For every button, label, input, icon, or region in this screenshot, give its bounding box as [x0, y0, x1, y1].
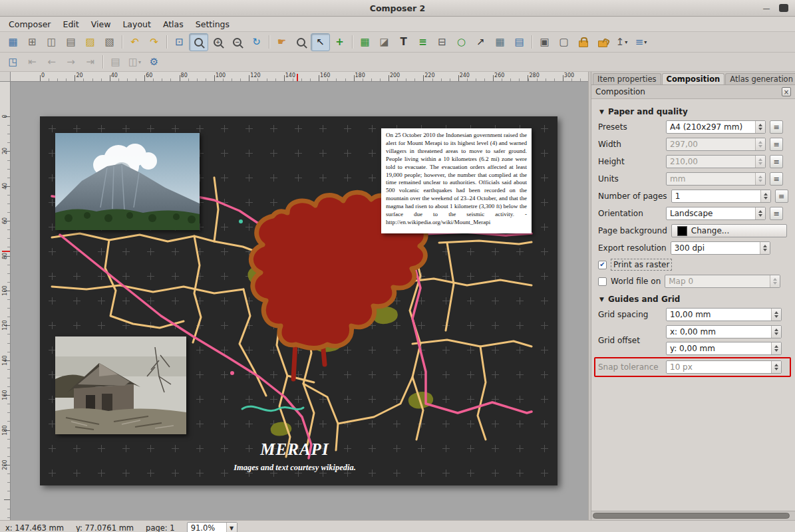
new-composition-button[interactable]: ⊞ [23, 33, 42, 51]
house-photo-item[interactable] [55, 336, 186, 434]
raise-items-dropdown-arrow[interactable]: ▾ [625, 39, 627, 45]
last-feature-icon: ⇥ [86, 57, 94, 67]
unlock-items-button[interactable] [593, 33, 612, 51]
add-attribute-table-button[interactable]: ▦ [490, 33, 510, 51]
zoom-in-button[interactable]: + [208, 33, 228, 51]
move-item-content-button[interactable]: + [330, 33, 349, 51]
minimize-button[interactable]: — [762, 3, 771, 13]
menu-atlas[interactable]: Atlas [157, 18, 190, 31]
align-items-button[interactable]: ≡▾ [631, 33, 651, 51]
align-items-dropdown-arrow[interactable]: ▾ [644, 39, 647, 45]
menu-composer[interactable]: Composer [3, 18, 57, 31]
snap-tolerance-spinbox[interactable]: 10 px [666, 360, 782, 374]
grid-offset-y-spinbox[interactable]: y: 0,00 mm [666, 342, 782, 355]
pan-tool-button[interactable]: ☛ [272, 33, 291, 51]
hruler-number: 0 [41, 72, 45, 78]
print-as-raster-checkbox[interactable]: ✔ [598, 261, 607, 269]
print-as-raster-row: ✔ Print as raster [598, 259, 790, 271]
add-new-map-icon: ▦ [360, 37, 369, 47]
print-as-raster-label[interactable]: Print as raster [611, 259, 672, 271]
tab-item-properties[interactable]: Item properties [593, 73, 661, 84]
spinner-arrows-icon[interactable] [771, 361, 781, 373]
menu-settings[interactable]: Settings [190, 18, 236, 31]
tab-composition[interactable]: Composition [662, 73, 725, 84]
save-as-template-button[interactable]: ▧ [100, 33, 119, 51]
grid-offset-fields: x: 0,00 mm y: 0,00 mm [666, 325, 782, 355]
zoom-tool-button[interactable] [291, 33, 311, 51]
atlas-settings-button[interactable]: ⚙ [144, 53, 164, 71]
canvas-area: 0204060801001201401601802002202402602803… [0, 72, 588, 520]
add-image-button[interactable]: ◪ [375, 33, 394, 51]
undo-button[interactable]: ↶ [125, 33, 144, 51]
zoom-combo[interactable]: 91.0% ▼ [187, 522, 238, 532]
menu-layout[interactable]: Layout [116, 18, 157, 31]
raise-items-button[interactable]: ↥▾ [612, 33, 631, 51]
spinner-arrows-icon[interactable] [771, 309, 781, 321]
zoom-full-button[interactable]: ⊡ [170, 33, 189, 51]
menu-view[interactable]: View [85, 18, 117, 31]
add-html-frame-button[interactable]: ▤ [510, 33, 529, 51]
zoom-dropdown-arrow-icon[interactable]: ▼ [226, 523, 237, 532]
article-text-item[interactable]: On 25 October 2010 the Indonesian govern… [381, 128, 532, 233]
preview-atlas-button[interactable]: ◳ [3, 53, 23, 71]
add-scalebar-button[interactable]: ⊟ [432, 33, 452, 51]
world-file-label[interactable]: World file on [611, 277, 661, 286]
ungroup-items-button[interactable]: ▢ [554, 33, 573, 51]
composition-title-item[interactable]: MERAPI [260, 440, 329, 459]
orientation-combo[interactable]: Landscape [666, 207, 766, 220]
group-items-button[interactable]: ▣ [535, 33, 554, 51]
maximize-button[interactable]: ▪ [779, 4, 788, 12]
composer-manager-button[interactable]: ▤ [61, 33, 80, 51]
page-background-change-button[interactable]: Change... [671, 224, 787, 237]
combo-arrows-icon[interactable] [755, 121, 765, 133]
spinner-arrows-icon[interactable] [771, 342, 781, 354]
vruler-number: 40 [0, 180, 11, 192]
orientation-label: Orientation [598, 209, 662, 218]
width-data-defined-button[interactable]: ≡ [770, 138, 783, 151]
scrollbar-thumb[interactable] [593, 513, 790, 519]
orientation-data-defined-button[interactable]: ≡ [770, 207, 783, 220]
add-arrow-button[interactable]: ↗ [471, 33, 490, 51]
load-from-template-button[interactable]: ▨ [80, 33, 100, 51]
close-panel-button[interactable]: × [782, 87, 791, 96]
spinner-arrows-icon[interactable] [760, 242, 770, 254]
grid-offset-x-spinbox[interactable]: x: 0,00 mm [666, 325, 782, 338]
section-guides-and-grid[interactable]: ▼ Guides and Grid [599, 295, 790, 304]
tab-atlas-generation[interactable]: Atlas generation [725, 73, 795, 84]
add-new-map-button[interactable]: ▦ [355, 33, 375, 51]
number-of-pages-label: Number of pages [598, 192, 667, 201]
spinner-arrows-icon[interactable] [760, 190, 770, 202]
grid-spacing-spinbox[interactable]: 10,00 mm [666, 308, 782, 321]
section-paper-and-quality[interactable]: ▼ Paper and quality [599, 107, 790, 116]
save-composition-button[interactable]: ▦ [3, 33, 23, 51]
lock-items-button[interactable] [573, 33, 593, 51]
number-of-pages-spinbox[interactable]: 1 [671, 190, 771, 203]
spinner-arrows-icon[interactable] [771, 326, 781, 338]
pages-data-defined-button[interactable]: ≡ [775, 190, 788, 203]
duplicate-composition-button[interactable]: ◫ [42, 33, 61, 51]
height-data-defined-button[interactable]: ≡ [770, 155, 783, 168]
add-shape-button[interactable]: ○ [452, 33, 471, 51]
menu-edit[interactable]: Edit [57, 18, 84, 31]
presets-combo[interactable]: A4 (210x297 mm) [666, 120, 766, 134]
presets-data-defined-button[interactable]: ≡ [770, 120, 783, 134]
dock-horizontal-scrollbar[interactable] [591, 511, 795, 520]
export-atlas-dropdown-arrow[interactable]: ▾ [138, 59, 141, 65]
mountain-photo-item[interactable] [55, 133, 200, 230]
combo-arrows-icon[interactable] [755, 207, 765, 219]
units-data-defined-button[interactable]: ≡ [770, 172, 783, 186]
refresh-view-button[interactable]: ↻ [247, 33, 266, 51]
zoom-original-button[interactable] [189, 33, 208, 51]
add-label-button[interactable]: T [394, 33, 413, 51]
zoom-out-button[interactable]: − [228, 33, 247, 51]
select-move-item-button[interactable]: ↖ [311, 33, 330, 51]
composer-canvas[interactable]: On 25 October 2010 the Indonesian govern… [10, 81, 588, 520]
redo-button[interactable]: ↷ [144, 33, 164, 51]
export-resolution-spinbox[interactable]: 300 dpi [671, 241, 770, 255]
world-file-checkbox[interactable] [598, 277, 607, 286]
composer-page[interactable]: On 25 October 2010 the Indonesian govern… [40, 116, 557, 485]
add-legend-button[interactable]: ≡ [413, 33, 432, 51]
hruler-number: 260 [494, 72, 504, 78]
composition-credit-item[interactable]: Images and text courtesy wikipedia. [234, 463, 356, 473]
window-buttons: — ▪ [762, 0, 788, 16]
